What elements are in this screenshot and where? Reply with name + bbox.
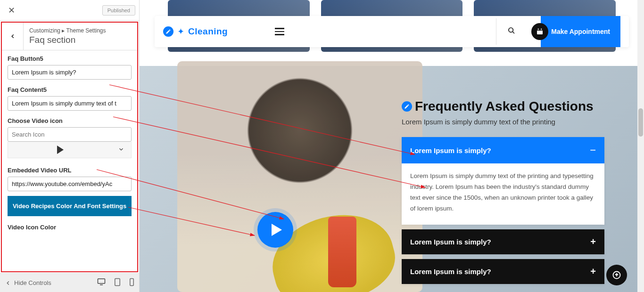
faq-button5-label: Faq Button5 [8, 55, 132, 62]
site-logo[interactable]: ✦ Cleaning [163, 26, 228, 37]
plus-icon: + [590, 236, 596, 247]
customizer-footer: Hide Controls [0, 273, 139, 292]
plus-icon: + [590, 266, 596, 277]
svg-rect-7 [537, 29, 543, 31]
faq-item-header[interactable]: Lorem Ipsum is simply? + [402, 229, 604, 254]
minus-icon: − [590, 144, 596, 156]
scrollbar[interactable] [637, 0, 644, 292]
site-navbar: ✦ Cleaning Make Appointment [155, 16, 629, 47]
device-switcher [97, 278, 134, 288]
customizer-topbar: ✕ Published [0, 0, 139, 21]
search-icon-input[interactable] [8, 127, 132, 142]
published-button[interactable]: Published [102, 5, 135, 16]
faq-item: Lorem Ipsum is simply? + [402, 259, 604, 284]
svg-rect-0 [98, 279, 105, 284]
customizer-panel: ✕ Published Customizing ▸ Theme Settings… [0, 0, 140, 292]
search-icon[interactable] [496, 18, 527, 45]
embedded-video-url-input[interactable] [8, 177, 132, 191]
tablet-icon[interactable] [114, 278, 121, 288]
phone-icon[interactable] [129, 278, 134, 288]
faq-content5-input[interactable] [8, 96, 132, 111]
faq-content5-label: Faq Content5 [8, 86, 132, 93]
faq-button5-input[interactable] [8, 65, 132, 80]
video-settings-button[interactable]: Video Recipes Color And Font Settings [8, 196, 132, 216]
panel-header: Customizing ▸ Theme Settings Faq section [2, 23, 137, 50]
preview-pane: ✦ Cleaning Make Appointment [140, 0, 644, 292]
choose-video-icon-label: Choose Video icon [8, 117, 132, 124]
svg-rect-2 [115, 278, 120, 285]
embedded-video-url-label: Embedded Video URL [8, 167, 132, 174]
faq-item-header[interactable]: Lorem Ipsum is simply? + [402, 259, 604, 284]
edit-icon[interactable] [402, 101, 412, 112]
highlighted-region: Customizing ▸ Theme Settings Faq section… [1, 22, 138, 272]
faq-item: Lorem Ipsum is simply? + [402, 229, 604, 254]
faq-subtitle: Lorem Ipsum is simply dummy text of the … [402, 118, 604, 126]
sparkle-icon: ✦ [177, 26, 184, 37]
scrollbar-thumb[interactable] [638, 108, 643, 137]
hero-image [177, 61, 422, 292]
make-appointment-button[interactable]: Make Appointment [541, 16, 620, 47]
faq-item-header[interactable]: Lorem Ipsum is simply? − [402, 137, 604, 163]
play-icon [272, 224, 282, 236]
desktop-icon[interactable] [97, 278, 106, 288]
faq-section: Frequently Asked Questions Lorem Ipsum i… [402, 99, 604, 289]
breadcrumb: Customizing ▸ Theme Settings [29, 27, 106, 34]
svg-point-4 [509, 28, 513, 32]
back-button[interactable] [2, 23, 24, 50]
play-icon [57, 146, 64, 154]
svg-rect-3 [130, 278, 134, 285]
hero-section: Frequently Asked Questions Lorem Ipsum i… [140, 66, 637, 292]
close-icon[interactable]: ✕ [4, 3, 19, 18]
faq-title: Frequently Asked Questions [415, 99, 594, 114]
panel-title: Faq section [29, 35, 106, 45]
icon-picker-row[interactable] [8, 142, 132, 158]
hide-controls-button[interactable]: Hide Controls [5, 279, 51, 286]
chevron-down-icon[interactable] [118, 146, 124, 154]
video-play-button[interactable] [257, 212, 293, 248]
faq-item-body: Lorem Ipsum is simply dummy text of the … [402, 163, 604, 225]
menu-icon[interactable] [275, 28, 284, 35]
svg-line-5 [512, 32, 514, 33]
scroll-to-top-button[interactable] [606, 265, 627, 285]
video-icon-color-label: Video Icon Color [8, 224, 132, 231]
faq-item-open: Lorem Ipsum is simply? − Lorem Ipsum is … [402, 137, 604, 225]
logo-text: Cleaning [188, 26, 228, 37]
edit-icon[interactable] [163, 26, 173, 37]
